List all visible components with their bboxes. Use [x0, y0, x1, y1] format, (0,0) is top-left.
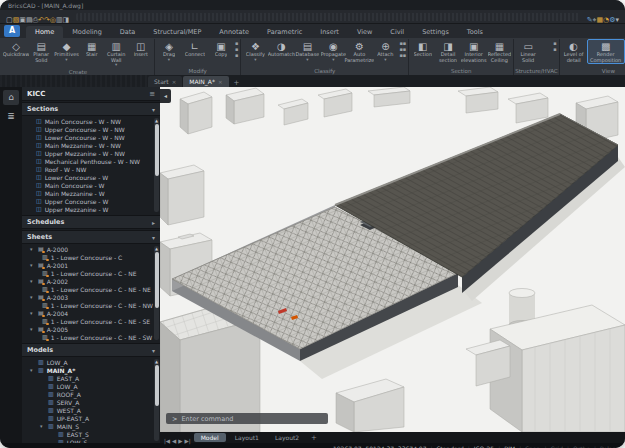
new-layout-button[interactable]: +: [308, 434, 320, 442]
layout-tab[interactable]: Layout1: [228, 433, 266, 442]
quick-access-icon[interactable]: ▥: [56, 16, 63, 24]
mini-tool-buttons[interactable]: ▪▪: [552, 39, 557, 67]
ribbon-tab[interactable]: Tools: [458, 26, 492, 38]
quick-access-icon[interactable]: ▾: [615, 16, 619, 24]
model-tree-item[interactable]: ▥ EAST_A: [22, 374, 160, 382]
ribbon-tab[interactable]: Settings: [413, 26, 458, 38]
ribbon-button[interactable]: ◧ Section ▾: [410, 39, 435, 59]
collapse-caret-icon[interactable]: ▾: [30, 278, 35, 284]
sheet-view-item[interactable]: ▥ 1 - Lower Concourse - C - NE - SW: [22, 333, 160, 341]
collapse-caret-icon[interactable]: ▾: [30, 326, 35, 332]
status-toggle[interactable]: Grid: [550, 445, 563, 448]
close-icon[interactable]: ×: [218, 79, 223, 85]
ribbon-button[interactable]: ◉ Propagate ▾: [320, 39, 346, 63]
sheet-view-item[interactable]: ▥ 1 - Lower Concourse - C - NE - NW: [22, 301, 160, 309]
application-button[interactable]: A: [4, 25, 20, 37]
ribbon-button[interactable]: ⚙ Auto Parametrize ▾: [346, 39, 372, 64]
ribbon-tab[interactable]: Home: [26, 26, 63, 38]
ribbon-tab[interactable]: Civil: [381, 26, 413, 38]
ribbon-button[interactable]: ◈ Drag ▾: [156, 39, 182, 63]
scrollbar[interactable]: ▲: [154, 359, 159, 441]
collapse-caret-icon[interactable]: ▾: [30, 294, 35, 300]
ribbon-button[interactable]: ▭ Linear Solid ▾: [515, 39, 541, 64]
ribbon-button[interactable]: ▦ Reflected Ceiling Plan ▾: [487, 39, 513, 64]
status-field[interactable]: Standard: [437, 445, 464, 448]
section-tree-item[interactable]: ◫ Upper Mezzanine - W - NW: [22, 149, 160, 157]
section-tree-item[interactable]: ◫ Main Concourse - W: [22, 181, 160, 189]
mini-tool-buttons[interactable]: ▪▪▪: [234, 39, 239, 67]
hamburger-menu-icon[interactable]: ≡: [149, 90, 155, 98]
sheet-item[interactable]: ▾ ▤ A-2004: [22, 309, 160, 317]
section-tree-item[interactable]: ◫ Upper Concourse - W - NW: [22, 125, 160, 133]
document-tab[interactable]: MAIN_A* ×: [183, 76, 228, 87]
model-tree-item[interactable]: ▥ SERV_A: [22, 398, 160, 406]
section-tree-item[interactable]: ◫ Upper Mezzanine - W: [22, 205, 160, 213]
model-tree-item[interactable]: ▥ ROOF_A: [22, 390, 160, 398]
ribbon-button[interactable]: ⊕ Attach ▾: [372, 39, 398, 63]
sections-header[interactable]: Sections ▾: [22, 102, 160, 116]
ribbon-button[interactable]: ▤ Planar Solid ▾: [29, 39, 54, 64]
status-toggle[interactable]: Polar: [600, 445, 615, 448]
status-toggle[interactable]: Ortho: [573, 445, 590, 448]
3d-viewport[interactable]: ◂: [160, 87, 625, 432]
model-tree-item[interactable]: ▥ LOW_A: [22, 358, 160, 366]
sheet-view-item[interactable]: ▥ 1 - Lower Concourse - C - NE - SE: [22, 317, 160, 325]
ribbon-tab[interactable]: Data: [111, 26, 145, 38]
schedules-header[interactable]: Schedules ▸: [22, 215, 160, 229]
status-toggle[interactable]: Snap: [525, 445, 540, 448]
caret-icon[interactable]: ▾: [40, 423, 45, 429]
model-tree-item[interactable]: ▾ ▥ MAIN_S: [22, 422, 160, 430]
model-tree-item[interactable]: ▥ LOW_A: [22, 382, 160, 390]
ribbon-button[interactable]: ◑ Automatch ▾: [268, 39, 294, 59]
model-tree-item[interactable]: ▥ LOW_S: [22, 438, 160, 443]
ribbon-button[interactable]: ◇ Quickdraw ▾: [3, 39, 29, 59]
ribbon-button[interactable]: ▦ Stair ▾: [80, 39, 105, 59]
layout-nav-arrow-icon[interactable]: ▶: [177, 438, 183, 444]
panel-collapse-icon[interactable]: ◂: [160, 89, 171, 103]
status-field[interactable]: BIM: [504, 445, 515, 448]
ribbon-button[interactable]: ◫ Insert ▾: [129, 39, 154, 59]
layout-nav-arrow-icon[interactable]: |◀: [163, 438, 171, 444]
command-line[interactable]: > Enter command: [166, 413, 328, 424]
section-tree-item[interactable]: ◫ Mechanical Penthouse - W - NW: [22, 157, 160, 165]
collapse-caret-icon[interactable]: ▾: [30, 246, 35, 252]
sheet-item[interactable]: ▾ ▤ A-2000: [22, 245, 160, 253]
layout-nav-arrow-icon[interactable]: ▶|: [184, 438, 192, 444]
model-tree-item[interactable]: ▥ UP-EAST_A: [22, 414, 160, 422]
mini-tool-buttons[interactable]: ▪▪▪▪▪▪: [398, 39, 407, 67]
sheet-view-item[interactable]: ▥ 1 - Lower Concourse - C: [22, 253, 160, 261]
sheet-item[interactable]: ▾ ▤ A-2005: [22, 325, 160, 333]
sheet-item[interactable]: ▾ ▤ A-2002: [22, 277, 160, 285]
section-tree-item[interactable]: ◫ Upper Concourse - W: [22, 197, 160, 205]
quick-access-icon[interactable]: ▣: [19, 16, 26, 24]
scrollbar[interactable]: ▲: [154, 118, 159, 212]
layout-tab[interactable]: Layout2: [268, 433, 306, 442]
sheet-view-item[interactable]: ▥ 1 - Lower Concourse - C - NE: [22, 269, 160, 277]
quick-access-icon[interactable]: ▤: [26, 16, 33, 24]
ribbon-tab[interactable]: Structural/MEP: [144, 26, 210, 38]
ribbon-button[interactable]: ❖ Classify ▾: [242, 39, 268, 63]
ribbon-button[interactable]: ▣ Interior elevations ▾: [461, 39, 487, 64]
project-browser-icon[interactable]: ≣: [3, 109, 19, 124]
collapse-caret-icon[interactable]: ▾: [30, 262, 35, 268]
section-tree-item[interactable]: ◫ Roof - W - NW: [22, 165, 160, 173]
document-tab[interactable]: Start ×: [148, 76, 182, 87]
sheet-item[interactable]: ▾ ▤ A-2003: [22, 293, 160, 301]
ribbon-tab[interactable]: Annotate: [210, 26, 258, 38]
caret-icon[interactable]: ▾: [30, 367, 35, 373]
model-tree-item[interactable]: ▾ ▥ MAIN_A*: [22, 366, 160, 374]
ribbon-button[interactable]: ◨ Detail section ▾: [435, 39, 460, 64]
section-tree-item[interactable]: ◫ Main Mezzanine - W: [22, 189, 160, 197]
model-tree-item[interactable]: ▥ WEST_A: [22, 406, 160, 414]
ribbon-button[interactable]: ▤ Database ▾: [294, 39, 320, 63]
layout-tab[interactable]: Model: [194, 433, 226, 442]
section-tree-item[interactable]: ◫ Lower Concourse - W: [22, 173, 160, 181]
models-header[interactable]: Models ▾: [22, 343, 160, 357]
quick-access-icon[interactable]: ◨: [63, 16, 70, 24]
model-tree-item[interactable]: ▥ EAST_S: [22, 430, 160, 438]
ribbon-button[interactable]: ▣ Copy ▾: [208, 39, 234, 59]
section-tree-item[interactable]: ◫ Main Concourse - W - NW: [22, 117, 160, 125]
ribbon-tab[interactable]: Modeling: [63, 26, 111, 38]
status-field[interactable]: ISO-25: [474, 445, 494, 448]
ribbon-button[interactable]: ◆ Primitives ▾: [54, 39, 80, 63]
